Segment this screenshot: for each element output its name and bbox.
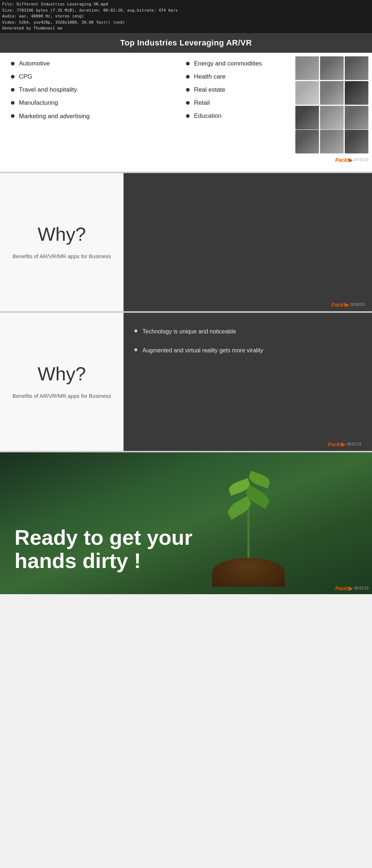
bullet-dot-icon: [11, 114, 15, 118]
slide-2-right-panel: Packt▶ 00:00:53: [124, 173, 372, 311]
timestamp: 00:00:30: [354, 158, 368, 162]
grid-image: [345, 56, 368, 80]
extra-image-row: [0, 130, 372, 156]
packt-logo: Packt▶: [328, 441, 345, 447]
dark-bullet-dot-icon: [134, 348, 137, 351]
slide-2: Why? Benefits of AR/VR/MR apps for Busin…: [0, 173, 372, 311]
dark-bullet-dot-icon: [134, 329, 137, 332]
grid-image: [320, 130, 344, 153]
info-bar: File: Different Industries Leveraging XR…: [0, 0, 372, 33]
grid-image: [295, 130, 319, 153]
list-item: Manufacturing: [11, 99, 186, 107]
grid-image: [345, 81, 368, 105]
ready-title: Ready to get your hands dirty !: [15, 526, 218, 572]
slide-2-left-panel: Why? Benefits of AR/VR/MR apps for Busin…: [0, 173, 124, 311]
timestamp: 00:01:23: [347, 442, 361, 446]
dark-empty-area: [131, 180, 365, 300]
slide-3-left-panel: Why? Benefits of AR/VR/MR apps for Busin…: [0, 313, 124, 451]
slide-4-footer: Packt▶ 00:01:53: [335, 585, 368, 591]
bullet-dot-icon: [186, 101, 190, 105]
left-column: Automotive CPG Travel and hospitality Ma…: [11, 60, 186, 126]
dark-bullet-list: Technology is unique and noticeable Augm…: [134, 327, 361, 365]
left-bullet-list: Automotive CPG Travel and hospitality Ma…: [11, 60, 186, 120]
list-item: Automotive: [11, 60, 186, 67]
grid-image: [320, 106, 344, 129]
info-line-3: Audio: aac, 48000 Hz, stereo (eng): [2, 13, 370, 20]
slide-3-right-panel: Technology is unique and noticeable Augm…: [124, 313, 372, 451]
list-item: Travel and hospitality: [11, 86, 186, 93]
why-subtitle-2: Benefits of AR/VR/MR apps for Business: [13, 392, 111, 400]
why-title: Why?: [38, 223, 86, 245]
grid-image: [345, 130, 368, 153]
slide-2-footer: Packt▶ 00:00:53: [131, 300, 365, 308]
slide-1: Top Industries Leveraging AR/VR Automoti…: [0, 33, 372, 172]
bullet-dot-icon: [186, 75, 190, 79]
grid-image: [345, 106, 368, 129]
grid-image: [320, 56, 344, 80]
bullet-dot-icon: [186, 62, 190, 65]
grid-image: [295, 56, 319, 80]
packt-logo: Packt▶: [335, 585, 353, 591]
grid-image: [320, 81, 344, 105]
grid-image: [295, 106, 319, 129]
bullet-dot-icon: [11, 101, 15, 105]
slide-4: Ready to get your hands dirty ! Packt▶ 0…: [0, 452, 372, 594]
slide-3: Why? Benefits of AR/VR/MR apps for Busin…: [0, 313, 372, 451]
bullet-dot-icon: [11, 88, 15, 92]
info-line-4: Video: h264, yuv420p, 1920x1080, 30.00 f…: [2, 20, 370, 26]
slide-1-footer: Packt▶ 00:00:30: [0, 156, 372, 164]
list-item: CPG: [11, 73, 186, 80]
timestamp: 00:01:53: [354, 586, 368, 590]
bullet-dot-icon: [186, 114, 190, 118]
bullet-dot-icon: [11, 75, 15, 79]
dark-list-item: Technology is unique and noticeable: [134, 327, 361, 336]
bullet-dot-icon: [11, 62, 15, 65]
why-title-2: Why?: [38, 363, 86, 385]
dark-list-item: Augmented and virtual reality gets more …: [134, 346, 361, 355]
bullet-dot-icon: [186, 88, 190, 92]
grid-image: [295, 81, 319, 105]
list-item: Marketing and advertising: [11, 112, 186, 120]
slide-4-text-area: Ready to get your hands dirty !: [0, 511, 232, 594]
why-subtitle: Benefits of AR/VR/MR apps for Business: [13, 252, 111, 261]
image-grid: [295, 56, 368, 129]
packt-logo: Packt▶: [335, 157, 353, 163]
info-line-2: Size: 7703196 bytes (7.35 MiB), duration…: [2, 8, 370, 14]
info-line-1: File: Different Industries Leveraging XR…: [2, 1, 370, 8]
timestamp: 00:00:53: [351, 303, 365, 307]
info-line-5: Generated by Thumbnail me: [2, 25, 370, 32]
packt-logo: Packt▶: [332, 302, 349, 308]
slide-1-title: Top Industries Leveraging AR/VR: [0, 33, 372, 53]
slide-1-content: Automotive CPG Travel and hospitality Ma…: [0, 53, 372, 130]
slide-3-footer: Packt▶ 00:01:23: [134, 438, 361, 447]
